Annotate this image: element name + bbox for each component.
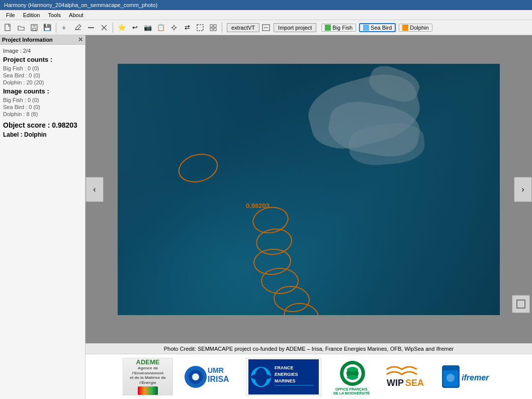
toolbar-clip[interactable]: 📋	[155, 22, 167, 34]
toolbar-grid[interactable]	[207, 22, 219, 34]
nav-left-button[interactable]: ‹	[85, 177, 104, 202]
image-bigfish-count: Big Fish : 0 (0)	[3, 97, 82, 103]
svg-rect-15	[214, 25, 216, 27]
legend-bigfish[interactable]: Big Fish	[321, 24, 356, 32]
legend-seabird[interactable]: Sea Bird	[359, 23, 396, 32]
project-seabird-count: Sea Bird : 0 (0)	[3, 72, 82, 78]
toolbar-open[interactable]	[15, 22, 27, 34]
logo-france-energies-marines: FRANCE ENERGIES MARINES	[246, 358, 321, 395]
svg-text:OFFICE FRANÇAIS: OFFICE FRANÇAIS	[335, 387, 368, 391]
photo-canvas[interactable]: 0.98203	[118, 64, 500, 315]
object-score: Object score : 0.98203	[3, 121, 82, 129]
panel-header: Project Information ✕	[0, 35, 85, 45]
menu-edition[interactable]: Edition	[19, 12, 44, 18]
svg-marker-11	[171, 27, 173, 29]
svg-rect-2	[33, 25, 36, 27]
logo-bar: ADEME Agence de l'Environnementet de la …	[85, 354, 532, 399]
image-seabird-count: Sea Bird : 0 (0)	[3, 104, 82, 110]
svg-text:ifremer: ifremer	[462, 373, 489, 382]
sep2	[113, 23, 113, 33]
svg-rect-16	[210, 28, 213, 31]
toolbar-add[interactable]: +	[59, 22, 71, 34]
toolbar-save2[interactable]: 💾	[41, 22, 53, 34]
nav-right-button[interactable]: ›	[514, 177, 532, 202]
project-dolphin-count: Dolphin : 20 (20)	[3, 79, 82, 85]
svg-rect-17	[214, 28, 216, 31]
sep3	[222, 23, 222, 33]
svg-marker-12	[175, 27, 177, 29]
legend-seabird-label: Sea Bird	[371, 25, 392, 31]
legend-seabird-color	[363, 25, 369, 31]
project-counts-title: Project counts :	[3, 56, 82, 63]
titlebar-text: Harmony (Harmony_204alpha_on_semmacape_c…	[4, 2, 157, 8]
photo-credit: Photo Credit: SEMMACAPE project co-funde…	[85, 343, 532, 354]
svg-text:ENERGIES: ENERGIES	[275, 372, 298, 377]
panel-close-button[interactable]: ✕	[78, 36, 83, 43]
toolbar-minus[interactable]	[85, 22, 97, 34]
svg-text:+: +	[62, 24, 66, 32]
left-panel: Project Information ✕ Image : 2/4 Projec…	[0, 35, 85, 399]
logo-ademe: ADEME Agence de l'Environnementet de la …	[123, 358, 173, 395]
svg-point-29	[251, 374, 271, 380]
svg-marker-10	[173, 29, 175, 31]
toolbar-move[interactable]	[168, 22, 180, 34]
toolbar-new[interactable]	[2, 22, 14, 34]
extract-vt-button[interactable]: extractVT	[227, 23, 259, 32]
legend-dolphin-color	[402, 25, 408, 31]
logo-wipsea: WIP SEA	[384, 358, 429, 395]
toolbar-save[interactable]	[28, 22, 40, 34]
legend-dolphin[interactable]: Dolphin	[399, 24, 432, 32]
image-area: ‹ 0.98203	[85, 35, 532, 399]
project-bigfish-count: Big Fish : 0 (0)	[3, 65, 82, 71]
sep1	[56, 23, 56, 33]
panel-content: Image : 2/4 Project counts : Big Fish : …	[0, 45, 85, 399]
toolbar-x[interactable]	[98, 22, 110, 34]
svg-text:WIP: WIP	[387, 378, 404, 388]
panel-title: Project Information	[2, 37, 53, 43]
svg-text:IRISA: IRISA	[208, 375, 229, 383]
svg-point-41	[447, 374, 455, 382]
legend-area: Big Fish Sea Bird Dolphin	[321, 23, 432, 32]
svg-rect-13	[197, 25, 203, 31]
svg-text:SEA: SEA	[405, 378, 424, 388]
svg-text:UMR: UMR	[208, 366, 224, 374]
logo-irisa: UMR IRISA	[183, 358, 236, 395]
menu-file[interactable]: File	[2, 12, 19, 18]
logo-ifremer: ifremer	[439, 358, 495, 395]
legend-bigfish-label: Big Fish	[332, 25, 352, 31]
svg-rect-0	[5, 24, 10, 31]
toolbar-export[interactable]	[260, 22, 273, 34]
image-info: Image : 2/4	[3, 48, 82, 54]
main-layout: Project Information ✕ Image : 2/4 Projec…	[0, 35, 532, 399]
svg-text:MARINES: MARINES	[275, 378, 296, 383]
menubar: File Edition Tools About	[0, 10, 532, 20]
image-counts-title: Image counts :	[3, 87, 82, 95]
svg-text:FRANCE: FRANCE	[275, 365, 294, 370]
svg-point-23	[192, 373, 199, 380]
toolbar-edit[interactable]	[72, 22, 84, 34]
minimap-button[interactable]	[512, 295, 530, 313]
toolbar: 💾 + ⭐ ↩ 📷 📋 ⇄ extractVT Import project B…	[0, 20, 532, 35]
menu-about[interactable]: About	[65, 12, 87, 18]
import-project-button[interactable]: Import project	[274, 23, 316, 32]
titlebar: Harmony (Harmony_204alpha_on_semmacape_c…	[0, 0, 532, 10]
svg-rect-3	[33, 28, 36, 31]
svg-rect-14	[210, 25, 213, 27]
svg-text:DE LA BIODIVERSITÉ: DE LA BIODIVERSITÉ	[333, 391, 370, 394]
logo-ofb: OFFICE FRANÇAIS DE LA BIODIVERSITÉ	[331, 358, 374, 395]
svg-rect-20	[517, 300, 525, 308]
object-label: Label : Dolphin	[3, 131, 82, 138]
toolbar-star[interactable]: ⭐	[116, 22, 128, 34]
toolbar-select[interactable]	[194, 22, 206, 34]
toolbar-back[interactable]: ↩	[129, 22, 141, 34]
toolbar-arrows[interactable]: ⇄	[181, 22, 193, 34]
image-container[interactable]: ‹ 0.98203	[85, 35, 532, 343]
menu-tools[interactable]: Tools	[44, 12, 65, 18]
legend-bigfish-color	[325, 25, 331, 31]
toolbar-cam[interactable]: 📷	[142, 22, 154, 34]
legend-dolphin-label: Dolphin	[410, 25, 428, 31]
svg-marker-9	[173, 25, 175, 27]
image-dolphin-count: Dolphin : 8 (8)	[3, 111, 82, 117]
